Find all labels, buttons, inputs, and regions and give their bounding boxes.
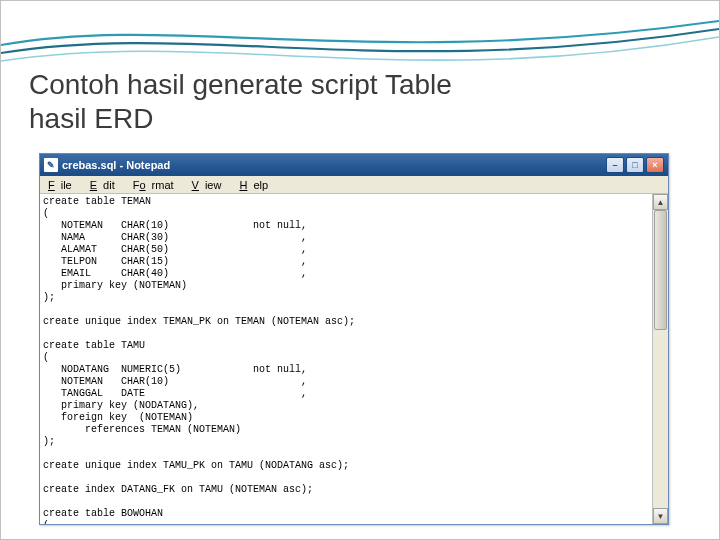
- scroll-up-button[interactable]: ▲: [653, 194, 668, 210]
- minimize-icon: –: [612, 160, 617, 170]
- minimize-button[interactable]: –: [606, 157, 624, 173]
- close-icon: ×: [652, 160, 657, 170]
- slide-title-line2: hasil ERD: [29, 103, 452, 135]
- window-controls: – □ ×: [606, 157, 664, 173]
- notepad-app-icon: ✎: [44, 158, 58, 172]
- slide-title: Contoh hasil generate script Table hasil…: [29, 69, 452, 135]
- maximize-button[interactable]: □: [626, 157, 644, 173]
- editor-content[interactable]: create table TEMAN ( NOTEMAN CHAR(10) no…: [40, 194, 668, 524]
- notepad-window: ✎ crebas.sql - Notepad – □ × File Edit F…: [39, 153, 669, 525]
- close-button[interactable]: ×: [646, 157, 664, 173]
- chevron-down-icon: ▼: [657, 512, 665, 521]
- notepad-title-text: crebas.sql - Notepad: [62, 159, 606, 171]
- menu-format[interactable]: Format: [127, 178, 186, 192]
- slide-title-line1: Contoh hasil generate script Table: [29, 69, 452, 100]
- menu-help[interactable]: Help: [233, 178, 280, 192]
- menu-edit[interactable]: Edit: [84, 178, 127, 192]
- editor-area: create table TEMAN ( NOTEMAN CHAR(10) no…: [40, 194, 668, 524]
- notepad-titlebar[interactable]: ✎ crebas.sql - Notepad – □ ×: [40, 154, 668, 176]
- notepad-menubar: File Edit Format View Help: [40, 176, 668, 194]
- vertical-scrollbar[interactable]: ▲ ▼: [652, 194, 668, 524]
- menu-file[interactable]: File: [42, 178, 84, 192]
- chevron-up-icon: ▲: [657, 198, 665, 207]
- maximize-icon: □: [632, 160, 637, 170]
- menu-view[interactable]: View: [186, 178, 234, 192]
- scrollbar-track[interactable]: [653, 210, 668, 508]
- scrollbar-thumb[interactable]: [654, 210, 667, 330]
- scroll-down-button[interactable]: ▼: [653, 508, 668, 524]
